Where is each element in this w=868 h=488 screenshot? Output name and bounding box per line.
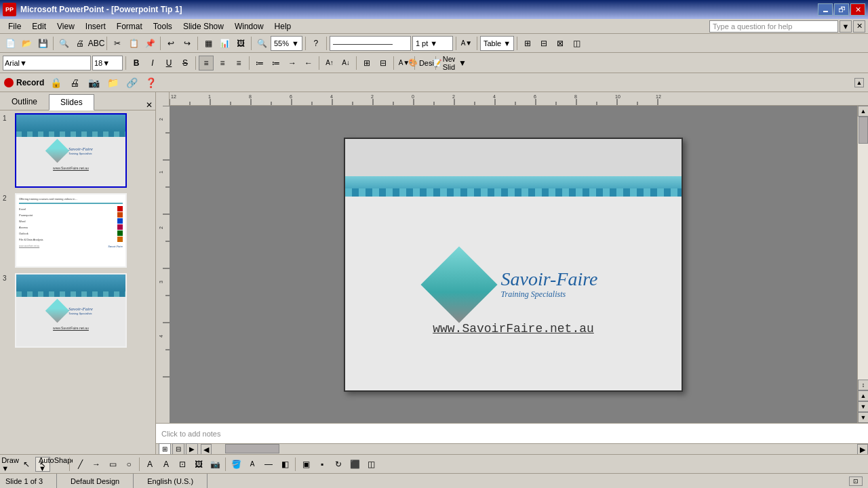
close-button[interactable]: ✕ xyxy=(850,3,865,16)
help-close-button[interactable]: ✕ xyxy=(853,20,865,33)
send-back-btn[interactable]: ◫ xyxy=(363,457,378,472)
scroll-expand-button[interactable]: ↕ xyxy=(858,380,868,390)
record-export-icon[interactable]: 📁 xyxy=(105,75,120,90)
strikethrough-button[interactable]: S xyxy=(178,56,193,70)
slide-canvas[interactable]: Savoir-Faire Training Specialists www.Sa… xyxy=(344,138,683,392)
diagram-button[interactable]: ⊡ xyxy=(175,457,190,472)
scroll-up-button[interactable]: ▲ xyxy=(858,106,868,117)
align-right-button[interactable]: ≡ xyxy=(231,56,246,70)
menu-insert[interactable]: Insert xyxy=(80,19,111,33)
help-search-button[interactable]: ▼ xyxy=(840,20,852,33)
record-view-icon[interactable]: 📷 xyxy=(86,75,101,90)
open-button[interactable]: 📂 xyxy=(19,36,34,51)
menu-slideshow[interactable]: Slide Show xyxy=(178,19,229,33)
rotate-btn[interactable]: ↻ xyxy=(331,457,346,472)
wordart-button[interactable]: A xyxy=(159,457,174,472)
slideshow-button[interactable]: ▶ xyxy=(186,443,198,455)
slide-thumb-3[interactable]: 3 Savoir-Faire Training Specialists xyxy=(3,273,153,348)
more-button[interactable]: ⊞ xyxy=(520,36,535,51)
line-color-button[interactable]: — xyxy=(261,457,276,472)
menu-tools[interactable]: Tools xyxy=(148,19,178,33)
font-color-btn2[interactable]: A xyxy=(245,457,260,472)
underline-button[interactable]: U xyxy=(161,56,176,70)
line-style-dropdown[interactable]: ———————— xyxy=(330,36,411,51)
columns-button[interactable]: ⊞ xyxy=(359,56,374,70)
search-button[interactable]: 🔍 xyxy=(56,36,71,51)
tab-slides[interactable]: Slides xyxy=(49,94,94,110)
tab-outline[interactable]: Outline xyxy=(0,94,49,110)
columns2-button[interactable]: ⊟ xyxy=(376,56,391,70)
maximize-button[interactable]: 🗗 xyxy=(834,3,849,16)
newslide-button[interactable]: 📝 New Slide xyxy=(439,56,454,70)
design-button[interactable]: 🎨 Design xyxy=(418,56,433,70)
picture-button[interactable]: 📷 xyxy=(208,457,222,472)
slide-thumb-1[interactable]: 1 Savoir-Faire Training Specialists xyxy=(3,113,153,188)
save-button[interactable]: 💾 xyxy=(35,36,50,51)
normal-view-button[interactable]: ⊞ xyxy=(159,443,171,455)
draw-dropdown-button[interactable]: Draw ▼ xyxy=(3,457,18,472)
menu-window[interactable]: Window xyxy=(229,19,269,33)
insert-picture-button[interactable]: 🖼 xyxy=(233,36,248,51)
new-button[interactable]: 📄 xyxy=(3,36,18,51)
h-scroll-left-button[interactable]: ◀ xyxy=(201,444,212,454)
status-icon-button[interactable]: ⊡ xyxy=(849,476,863,486)
h-scroll-right-button[interactable]: ▶ xyxy=(857,444,868,454)
align-button[interactable]: ⊟ xyxy=(536,36,551,51)
table-dropdown[interactable]: Table ▼ xyxy=(480,36,514,51)
rect-tool-button[interactable]: ▭ xyxy=(105,457,120,472)
zoom-out-button[interactable]: 🔍 xyxy=(254,36,269,51)
spell-button[interactable]: ABC xyxy=(89,36,104,51)
increase-font-button[interactable]: A↑ xyxy=(322,56,337,70)
notes-area[interactable]: Click to add notes xyxy=(156,423,868,443)
paste-button[interactable]: 📌 xyxy=(142,36,157,51)
record-print-icon[interactable]: 🖨 xyxy=(67,75,82,90)
help-icon-button[interactable]: ? xyxy=(309,36,323,51)
fontsize-dropdown[interactable]: 18 ▼ xyxy=(92,56,123,70)
slide-preview-3[interactable]: Savoir-Faire Training Specialists www.Sa… xyxy=(15,273,127,348)
slide-preview-1[interactable]: Savoir-Faire Training Specialists www.Sa… xyxy=(15,113,127,188)
decrease-font-button[interactable]: A↓ xyxy=(338,56,353,70)
align-center-button[interactable]: ≡ xyxy=(215,56,230,70)
copy-button[interactable]: 📋 xyxy=(126,36,141,51)
bullets-button[interactable]: ≔ xyxy=(252,56,267,70)
increase-indent-button[interactable]: → xyxy=(285,56,300,70)
record-settings-icon[interactable]: 🔒 xyxy=(48,75,63,90)
redo-button[interactable]: ↪ xyxy=(180,36,195,51)
record-button[interactable]: Record xyxy=(4,78,44,87)
h-scroll-thumb[interactable] xyxy=(225,444,279,453)
arrow-tool-button[interactable]: ↖ xyxy=(19,457,34,472)
clipart-button[interactable]: 🖼 xyxy=(191,457,206,472)
menu-file[interactable]: File xyxy=(3,19,26,33)
record-share-icon[interactable]: 🔗 xyxy=(124,75,139,90)
3d-btn[interactable]: ⬛ xyxy=(347,457,362,472)
insert-table-button[interactable]: ▦ xyxy=(201,36,216,51)
panel-close-button[interactable]: ✕ xyxy=(146,100,153,110)
slide-thumb-2[interactable]: 2 Offering training courses and training… xyxy=(3,193,153,268)
record-help-icon[interactable]: ❓ xyxy=(143,75,158,90)
group-btn[interactable]: ▣ xyxy=(298,457,313,472)
italic-button[interactable]: I xyxy=(145,56,160,70)
arrow-draw-button[interactable]: → xyxy=(89,457,104,472)
insert-chart-button[interactable]: 📊 xyxy=(217,36,232,51)
minimize-button[interactable]: 🗕 xyxy=(818,3,833,16)
fill-color-button[interactable]: A▼ xyxy=(459,36,474,51)
v-scrollbar[interactable]: ▲ ↕ ▲ ▼ ▼ xyxy=(857,106,868,423)
align-left-button[interactable]: ≡ xyxy=(199,56,214,70)
zoom-dropdown[interactable]: 55% ▼ xyxy=(271,36,302,51)
slide-preview-2[interactable]: Offering training courses and training v… xyxy=(15,193,127,268)
bold-button[interactable]: B xyxy=(129,56,144,70)
scroll-page-up-button[interactable]: ▲ xyxy=(858,390,868,401)
v-scroll-thumb[interactable] xyxy=(859,117,868,144)
menu-edit[interactable]: Edit xyxy=(26,19,52,33)
autoshapes-button[interactable]: AutoShapes ▼ xyxy=(52,457,66,472)
cut-button[interactable]: ✂ xyxy=(110,36,125,51)
ellipse-tool-button[interactable]: ○ xyxy=(121,457,136,472)
more-fmt-button[interactable]: ▼ xyxy=(455,56,470,70)
menu-help[interactable]: Help xyxy=(269,19,297,33)
line-width-dropdown[interactable]: 1 pt ▼ xyxy=(412,36,453,51)
shadow-button[interactable]: ◫ xyxy=(569,36,584,51)
line-tool-button[interactable]: ╱ xyxy=(73,457,87,472)
font-dropdown[interactable]: Arial ▼ xyxy=(3,56,91,70)
toolbar-collapse-button[interactable]: ▲ xyxy=(854,78,864,87)
numbering-button[interactable]: ≔ xyxy=(269,56,283,70)
